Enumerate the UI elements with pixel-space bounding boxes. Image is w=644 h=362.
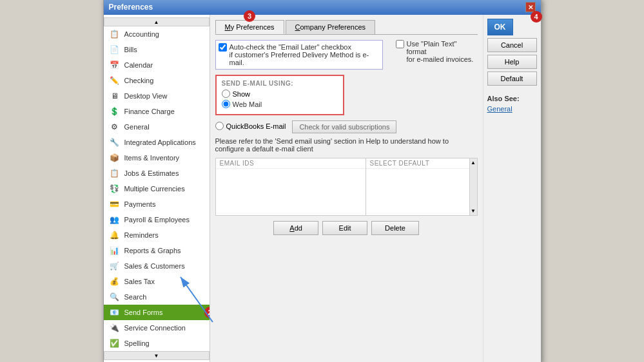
sidebar-label-general: General (124, 123, 150, 131)
sidebar-item-desktop-view[interactable]: 🖥 Desktop View (104, 88, 210, 104)
default-button[interactable]: Default (487, 71, 537, 86)
scroll-down-arrow[interactable]: ▼ (471, 208, 476, 214)
sidebar-item-items-inventory[interactable]: 📦 Items & Inventory (104, 150, 210, 166)
auto-check-checkbox[interactable] (219, 43, 227, 52)
sidebar-label-accounting: Accounting (124, 30, 159, 38)
tab-company-preferences[interactable]: Company Preferences (286, 20, 375, 34)
web-mail-label: Web Mail (233, 100, 262, 108)
scroll-up-arrow[interactable]: ▲ (471, 160, 476, 166)
cancel-button[interactable]: Cancel (487, 38, 537, 52)
company-pref-underline: C (295, 23, 300, 31)
sidebar-item-finance-charge[interactable]: 💲 Finance Charge (104, 104, 210, 119)
sidebar-item-reports-graphs[interactable]: 📊 Reports & Graphs (104, 243, 210, 258)
spelling-icon: ✅ (109, 338, 121, 349)
sidebar-item-service-connection[interactable]: 🔌 Service Connection (104, 320, 210, 336)
help-button[interactable]: Help (487, 55, 537, 69)
sidebar-item-sales-tax[interactable]: 💰 Sales Tax (104, 274, 210, 289)
action-buttons: Add Edit Delete (215, 221, 478, 235)
sidebar-item-calendar[interactable]: 📅 Calendar (104, 57, 210, 73)
sidebar-item-multiple-currencies[interactable]: 💱 Multiple Currencies (104, 181, 210, 196)
sales-tax-icon: 💰 (109, 276, 121, 287)
scrollbar[interactable]: ▲ ▼ (469, 158, 477, 215)
sidebar-item-send-forms[interactable]: 📧 Send Forms 2 (104, 305, 210, 320)
sidebar-item-spelling[interactable]: ✅ Spelling (104, 336, 210, 351)
sidebar-scroll-up[interactable]: ▲ (104, 17, 210, 26)
sidebar-label-reports-graphs: Reports & Graphs (124, 247, 181, 254)
sidebar-scroll-down[interactable]: ▼ (104, 351, 210, 360)
general-icon: ⚙ (109, 121, 121, 133)
sidebar-label-integrated-apps: Integrated Applications (124, 138, 196, 146)
add-button[interactable]: Add (273, 221, 318, 235)
email-ids-header: EMAIL IDS (216, 158, 366, 169)
email-ids-section: EMAIL IDS SELECT DEFAULT ▲ ▼ (215, 158, 478, 216)
bills-icon: 📄 (109, 44, 121, 55)
sidebar-item-accounting[interactable]: 📋 Accounting (104, 26, 210, 42)
right-sidebar-panel: OK 4 Cancel Help Default Also See: Gener… (483, 15, 541, 362)
sidebar-item-checking[interactable]: ✏️ Checking (104, 73, 210, 88)
sidebar-item-integrated-apps[interactable]: 🔧 Integrated Applications (104, 135, 210, 150)
calendar-icon: 📅 (109, 59, 121, 71)
plain-text-label[interactable]: Use "Plain Text" format for e-mailed inv… (396, 40, 478, 63)
show-option[interactable]: Show (222, 90, 338, 98)
sidebar-label-items-inventory: Items & Inventory (124, 154, 180, 162)
show-label: Show (233, 90, 251, 98)
qb-email-option[interactable]: QuickBooks E-mail (215, 122, 286, 130)
sidebar-label-payments: Payments (124, 200, 156, 208)
sidebar-label-sales-customers: Sales & Customers (124, 262, 185, 270)
right-panel: My Preferences 3 Company Preferences Aut… (210, 15, 541, 362)
web-mail-radio[interactable] (222, 100, 230, 108)
auto-check-text: Auto-check the "Email Later" checkbox if… (229, 43, 380, 66)
sidebar-item-reminders[interactable]: 🔔 Reminders (104, 227, 210, 243)
my-pref-label: y Preferences (231, 23, 275, 31)
tab-my-preferences[interactable]: My Preferences 3 (215, 20, 284, 34)
auto-check-label[interactable]: Auto-check the "Email Later" checkbox if… (215, 40, 383, 70)
sidebar-item-bills[interactable]: 📄 Bills (104, 42, 210, 57)
general-link[interactable]: General (487, 105, 537, 113)
desktop-view-icon: 🖥 (109, 90, 121, 102)
sidebar-label-sales-tax: Sales Tax (124, 278, 155, 285)
add-underline: A (289, 224, 294, 232)
select-default-col: SELECT DEFAULT (366, 158, 469, 215)
sidebar-label-multiple-currencies: Multiple Currencies (124, 185, 185, 193)
sidebar-label-reminders: Reminders (124, 231, 159, 239)
sidebar-item-payroll-employees[interactable]: 👥 Payroll & Employees (104, 212, 210, 227)
sidebar-item-sales-customers[interactable]: 🛒 Sales & Customers (104, 258, 210, 274)
web-mail-option[interactable]: Web Mail (222, 100, 338, 108)
preferences-window: Preferences ✕ ▲ 📋 Accounting 📄 Bills 📅 C… (103, 0, 542, 362)
accounting-icon: 📋 (109, 28, 121, 40)
delete-button[interactable]: Delete (371, 221, 419, 235)
sidebar-item-search[interactable]: 🔍 Search (104, 289, 210, 305)
send-forms-icon: 📧 (109, 307, 121, 318)
sidebar-label-search: Search (124, 293, 147, 301)
qb-email-label: QuickBooks E-mail (226, 122, 286, 130)
qb-email-row: QuickBooks E-mail Check for valid subscr… (215, 120, 478, 133)
qb-email-radio[interactable] (215, 122, 224, 130)
send-email-section: SEND E-MAIL USING: Show Web Mail (215, 75, 344, 115)
sidebar-label-service-connection: Service Connection (124, 324, 186, 332)
sidebar-item-jobs-estimates[interactable]: 📋 Jobs & Estimates (104, 166, 210, 181)
plain-text-checkbox[interactable] (396, 40, 404, 48)
checking-icon: ✏️ (109, 75, 121, 86)
window-title: Preferences (109, 3, 153, 12)
sidebar-label-spelling: Spelling (124, 339, 150, 347)
sidebar-label-payroll-employees: Payroll & Employees (124, 216, 190, 224)
jobs-estimates-icon: 📋 (109, 167, 121, 179)
sidebar-item-general[interactable]: ⚙ General (104, 119, 210, 135)
show-radio[interactable] (222, 90, 230, 98)
check-subscriptions-button[interactable]: Check for valid subscriptions (292, 120, 396, 133)
service-connection-icon: 🔌 (109, 322, 121, 334)
items-inventory-icon: 📦 (109, 152, 121, 164)
payments-icon: 💳 (109, 198, 121, 210)
edit-button[interactable]: Edit (322, 221, 367, 235)
sidebar-item-payments[interactable]: 💳 Payments (104, 196, 210, 212)
ok-button[interactable]: OK (487, 19, 513, 35)
reminders-icon: 🔔 (109, 229, 121, 241)
sidebar-label-jobs-estimates: Jobs & Estimates (124, 169, 179, 177)
help-text: Please refer to the 'Send email using' s… (215, 137, 478, 153)
finance-charge-icon: 💲 (109, 106, 121, 117)
ok-btn-container: OK 4 (487, 19, 537, 35)
select-default-header: SELECT DEFAULT (366, 158, 469, 169)
title-bar: Preferences ✕ (104, 0, 541, 15)
step3-badge: 3 (244, 10, 255, 22)
sales-customers-icon: 🛒 (109, 260, 121, 272)
